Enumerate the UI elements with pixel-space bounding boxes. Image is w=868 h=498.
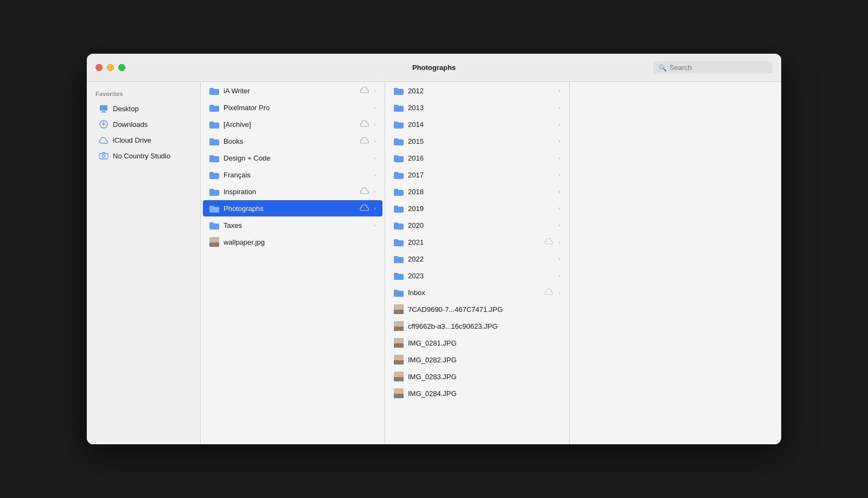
column-item-7cad[interactable]: 7CAD9690-7...467C7471.JPG xyxy=(387,301,567,317)
svg-rect-2 xyxy=(101,112,106,113)
column-item-img0283[interactable]: IMG_0283.JPG xyxy=(387,368,567,385)
svg-point-11 xyxy=(395,307,398,309)
folder-icon xyxy=(209,203,219,213)
item-label: Design + Code xyxy=(224,154,369,162)
maximize-button[interactable] xyxy=(118,64,125,71)
folder-icon xyxy=(209,153,219,163)
item-label: 2014 xyxy=(408,120,554,129)
folder-icon xyxy=(394,187,404,196)
column-item-2020[interactable]: 2020› xyxy=(387,217,567,233)
sidebar: Favorites Desktop xyxy=(87,82,201,444)
chevron-right-icon: › xyxy=(558,155,560,161)
column-item-2023[interactable]: 2023› xyxy=(387,267,567,284)
column-item-2018[interactable]: 2018› xyxy=(387,183,567,200)
folder-icon xyxy=(394,103,404,112)
search-bar[interactable]: 🔍 xyxy=(653,61,773,74)
column-item-2012[interactable]: 2012› xyxy=(387,82,567,99)
item-label: 2018 xyxy=(408,188,554,196)
sidebar-item-downloads[interactable]: Downloads xyxy=(90,117,197,132)
column-item-2021[interactable]: 2021 › xyxy=(387,234,567,250)
chevron-right-icon: › xyxy=(374,138,376,144)
folder-icon xyxy=(394,288,404,297)
svg-point-23 xyxy=(395,374,398,376)
chevron-right-icon: › xyxy=(558,188,560,195)
item-label: iA Writer xyxy=(224,87,355,95)
close-button[interactable] xyxy=(95,64,103,71)
chevron-right-icon: › xyxy=(374,155,376,161)
sidebar-item-downloads-label: Downloads xyxy=(113,120,148,129)
item-label: Français xyxy=(224,171,369,179)
image-icon xyxy=(209,237,219,247)
cloud-icon xyxy=(360,137,369,145)
chevron-right-icon: › xyxy=(558,205,560,212)
search-input[interactable] xyxy=(669,63,767,72)
folder-icon xyxy=(209,220,219,230)
chevron-right-icon: › xyxy=(374,222,376,228)
image-icon xyxy=(394,388,404,398)
column-item-img0282[interactable]: IMG_0282.JPG xyxy=(387,352,567,368)
finder-window: Photographs 🔍 Favorites Desktop xyxy=(87,54,781,444)
folder-icon xyxy=(394,271,404,280)
chevron-right-icon: › xyxy=(558,272,560,279)
folder-icon xyxy=(394,203,404,213)
item-label: 2016 xyxy=(408,154,554,162)
chevron-right-icon: › xyxy=(558,171,560,178)
sidebar-item-icloud-label: iCloud Drive xyxy=(113,136,151,144)
chevron-right-icon: › xyxy=(558,256,560,262)
folder-icon xyxy=(209,86,219,95)
sidebar-section-favorites: Favorites xyxy=(87,91,200,100)
column-item-photographs[interactable]: Photographs › xyxy=(203,200,382,216)
folder-icon xyxy=(209,136,219,146)
item-label: 7CAD9690-7...467C7471.JPG xyxy=(408,305,560,314)
column-item-img0281[interactable]: IMG_0281.JPG xyxy=(387,335,567,351)
cloud-icon xyxy=(544,288,554,297)
column-item-wallpaper[interactable]: wallpaper.jpg xyxy=(203,234,382,250)
folder-icon xyxy=(394,220,404,230)
sidebar-item-icloud-drive[interactable]: iCloud Drive xyxy=(90,132,197,148)
item-label: Taxes xyxy=(224,221,369,229)
search-icon: 🔍 xyxy=(659,64,667,72)
column-item-pixelmator-pro[interactable]: Pixelmator Pro› xyxy=(203,99,382,116)
item-label: IMG_0281.JPG xyxy=(408,339,560,347)
column-item-img0284[interactable]: IMG_0284.JPG xyxy=(387,385,567,401)
item-label: cff9662b-a3...16c90623.JPG xyxy=(408,322,560,330)
column-item-2013[interactable]: 2013› xyxy=(387,99,567,116)
column-item-francais[interactable]: Français› xyxy=(203,167,382,183)
minimize-button[interactable] xyxy=(107,64,114,71)
sidebar-item-desktop[interactable]: Desktop xyxy=(90,101,197,116)
column-1: iA Writer › Pixelmator Pro› [Archive] › … xyxy=(201,82,385,444)
column-item-taxes[interactable]: Taxes› xyxy=(203,217,382,233)
column-item-inbox[interactable]: Inbox › xyxy=(387,284,567,301)
sidebar-item-no-country-studio-label: No Country Studio xyxy=(113,152,170,160)
item-label: Inspiration xyxy=(224,188,355,196)
chevron-right-icon: › xyxy=(374,87,376,94)
folder-icon xyxy=(209,187,219,196)
column-item-design-code[interactable]: Design + Code› xyxy=(203,150,382,166)
column-item-2015[interactable]: 2015› xyxy=(387,133,567,149)
column-item-inspiration[interactable]: Inspiration › xyxy=(203,183,382,200)
column-item-archive[interactable]: [Archive] › xyxy=(203,116,382,132)
item-label: Inbox xyxy=(408,289,540,297)
column-item-ia-writer[interactable]: iA Writer › xyxy=(203,82,382,99)
item-label: 2023 xyxy=(408,272,554,280)
chevron-right-icon: › xyxy=(558,239,560,245)
column-item-2017[interactable]: 2017› xyxy=(387,167,567,183)
image-icon xyxy=(394,338,404,348)
folder-icon xyxy=(394,119,404,129)
cloud-icon xyxy=(360,86,369,95)
column-item-2014[interactable]: 2014› xyxy=(387,116,567,132)
column-item-2016[interactable]: 2016› xyxy=(387,150,567,166)
folder-icon xyxy=(394,153,404,163)
item-label: 2012 xyxy=(408,87,554,95)
column-item-cff9[interactable]: cff9662b-a3...16c90623.JPG xyxy=(387,318,567,334)
column-item-books[interactable]: Books › xyxy=(203,133,382,149)
item-label: 2022 xyxy=(408,255,554,263)
column-item-2019[interactable]: 2019› xyxy=(387,200,567,216)
item-label: IMG_0284.JPG xyxy=(408,390,560,398)
sidebar-item-desktop-label: Desktop xyxy=(113,105,139,113)
columns-area: iA Writer › Pixelmator Pro› [Archive] › … xyxy=(201,82,781,444)
item-label: Pixelmator Pro xyxy=(224,104,369,112)
column-item-2022[interactable]: 2022› xyxy=(387,251,567,267)
folder-icon xyxy=(209,119,219,129)
sidebar-item-no-country-studio[interactable]: No Country Studio xyxy=(90,148,197,163)
